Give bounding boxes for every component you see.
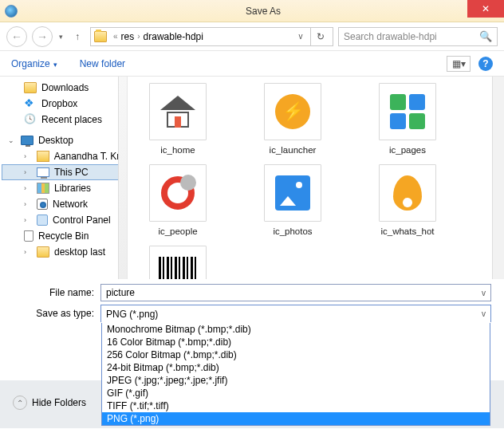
sidebar-item-downloads[interactable]: Downloads <box>2 80 127 96</box>
address-dropdown-icon[interactable]: v <box>294 32 307 41</box>
view-icon: ▦ <box>452 58 461 69</box>
expand-icon[interactable]: › <box>24 152 32 160</box>
search-input[interactable]: Search drawable-hdpi 🔍 <box>338 27 498 46</box>
dropbox-icon <box>24 98 37 109</box>
file-item-ic-pages[interactable]: ic_pages <box>372 83 443 155</box>
expand-icon[interactable]: › <box>24 216 32 224</box>
sidebar-item-recyclebin[interactable]: Recycle Bin <box>2 228 127 244</box>
expand-icon[interactable]: › <box>24 184 32 192</box>
collapse-icon[interactable]: ⌄ <box>8 136 16 144</box>
file-item-barcode[interactable] <box>142 246 214 279</box>
filename-label: File name: <box>6 287 100 298</box>
filetype-option-16color[interactable]: 16 Color Bitmap (*.bmp;*.dib) <box>102 336 490 348</box>
breadcrumb-res[interactable]: res <box>121 31 135 42</box>
history-caret-icon[interactable]: ▾ <box>57 33 65 41</box>
sidebar-item-desktop[interactable]: ⌄Desktop <box>2 132 127 148</box>
nav-pane: Downloads Dropbox Recent places ⌄Desktop… <box>0 77 128 279</box>
photos-icon <box>275 175 310 211</box>
file-list: ic_home ⚡ ic_launcher ic_pages ic_people… <box>128 77 504 279</box>
network-icon <box>37 199 48 210</box>
file-item-ic-launcher[interactable]: ⚡ ic_launcher <box>257 83 329 155</box>
toolbar: Organize▾ New folder ▦ ▾ ? <box>0 51 504 77</box>
sidebar-item-network[interactable]: ›Network <box>2 196 127 212</box>
address-bar[interactable]: « res › drawable-hdpi v ↻ <box>90 27 333 46</box>
user-folder-icon <box>37 151 49 162</box>
filename-row: File name: picture v <box>0 282 504 303</box>
chevron-right-icon: › <box>137 32 140 41</box>
file-item-ic-people[interactable]: ic_people <box>142 164 214 236</box>
nav-row: ← → ▾ ↑ « res › drawable-hdpi v ↻ Search… <box>0 22 504 51</box>
refresh-button[interactable]: ↻ <box>310 27 329 46</box>
file-item-ic-home[interactable]: ic_home <box>142 83 214 155</box>
forward-icon: → <box>37 30 48 43</box>
hide-folders-button[interactable]: ⌃ Hide Folders <box>13 396 86 410</box>
filetype-option-256color[interactable]: 256 Color Bitmap (*.bmp;*.dib) <box>102 348 490 361</box>
libraries-icon <box>37 183 49 194</box>
expand-icon[interactable]: › <box>24 248 32 256</box>
home-icon <box>160 96 195 128</box>
body-split: Downloads Dropbox Recent places ⌄Desktop… <box>0 77 504 279</box>
organize-button[interactable]: Organize▾ <box>11 58 57 69</box>
filetype-option-monochrome[interactable]: Monochrome Bitmap (*.bmp;*.dib) <box>102 323 490 336</box>
expand-icon[interactable]: › <box>24 168 32 176</box>
breadcrumb-drawable-hdpi[interactable]: drawable-hdpi <box>144 31 203 42</box>
search-icon: 🔍 <box>479 30 492 42</box>
people-icon <box>161 176 195 210</box>
filetype-option-jpeg[interactable]: JPEG (*.jpg;*.jpeg;*.jpe;*.jfif) <box>102 374 490 387</box>
help-icon: ? <box>482 58 488 69</box>
window-title: Save As <box>22 6 504 17</box>
sidebar-item-thispc[interactable]: ›This PC <box>2 164 127 180</box>
control-panel-icon <box>37 214 48 226</box>
folder-icon <box>94 31 107 42</box>
saveastype-select[interactable]: PNG (*.png) v Monochrome Bitmap (*.bmp;*… <box>100 305 491 322</box>
sidebar-item-recent[interactable]: Recent places <box>2 112 127 128</box>
caret-down-icon: ▾ <box>461 58 466 69</box>
folder-icon <box>24 82 37 93</box>
caret-down-icon: ▾ <box>53 61 57 69</box>
close-button[interactable]: ✕ <box>467 0 504 18</box>
desktop-icon <box>21 136 33 145</box>
help-button[interactable]: ? <box>478 57 493 71</box>
sidebar-item-controlpanel[interactable]: ›Control Panel <box>2 212 127 228</box>
back-icon: ← <box>11 30 22 43</box>
back-button[interactable]: ← <box>6 26 27 47</box>
filename-input[interactable]: picture v <box>100 284 491 301</box>
pc-icon <box>37 167 49 177</box>
search-placeholder: Search drawable-hdpi <box>344 31 479 42</box>
collapse-icon: ⌃ <box>13 396 27 410</box>
caret-down-icon[interactable]: v <box>482 289 486 297</box>
barcode-icon <box>159 257 197 279</box>
expand-icon[interactable]: › <box>24 200 32 208</box>
up-icon: ↑ <box>75 31 80 42</box>
filetype-option-png[interactable]: PNG (*.png) <box>102 412 490 425</box>
whats-hot-icon <box>393 175 422 211</box>
launcher-icon: ⚡ <box>275 94 310 129</box>
filetype-option-24bit[interactable]: 24-bit Bitmap (*.bmp;*.dib) <box>102 361 490 374</box>
new-folder-button[interactable]: New folder <box>80 58 125 69</box>
app-icon <box>5 5 18 18</box>
breadcrumb-sep-icon: « <box>113 32 118 41</box>
close-icon: ✕ <box>482 3 490 14</box>
sidebar-item-libraries[interactable]: ›Libraries <box>2 180 127 196</box>
pages-icon <box>390 94 425 129</box>
saveastype-label: Save as type: <box>6 308 100 319</box>
recycle-bin-icon <box>24 230 33 242</box>
up-button[interactable]: ↑ <box>69 29 85 45</box>
folder-icon <box>37 246 49 258</box>
sidebar-item-dropbox[interactable]: Dropbox <box>2 96 127 112</box>
file-item-ic-whats-hot[interactable]: ic_whats_hot <box>372 164 443 236</box>
forward-button[interactable]: → <box>32 26 53 47</box>
filetype-option-tiff[interactable]: TIFF (*.tif;*.tiff) <box>102 399 490 412</box>
file-item-ic-photos[interactable]: ic_photos <box>257 164 329 236</box>
view-button[interactable]: ▦ ▾ <box>447 56 471 72</box>
caret-down-icon[interactable]: v <box>482 309 486 318</box>
refresh-icon: ↻ <box>317 31 325 42</box>
title-bar: Save As ✕ <box>0 0 504 22</box>
sidebar-item-user[interactable]: ›Aanandha T. Kris <box>2 148 127 164</box>
saveastype-dropdown: Monochrome Bitmap (*.bmp;*.dib) 16 Color… <box>101 323 490 426</box>
sidebar-item-desktoplast[interactable]: ›desktop last <box>2 244 127 260</box>
recent-icon <box>24 114 37 125</box>
saveastype-row: Save as type: PNG (*.png) v Monochrome B… <box>0 303 504 324</box>
filetype-option-gif[interactable]: GIF (*.gif) <box>102 387 490 399</box>
